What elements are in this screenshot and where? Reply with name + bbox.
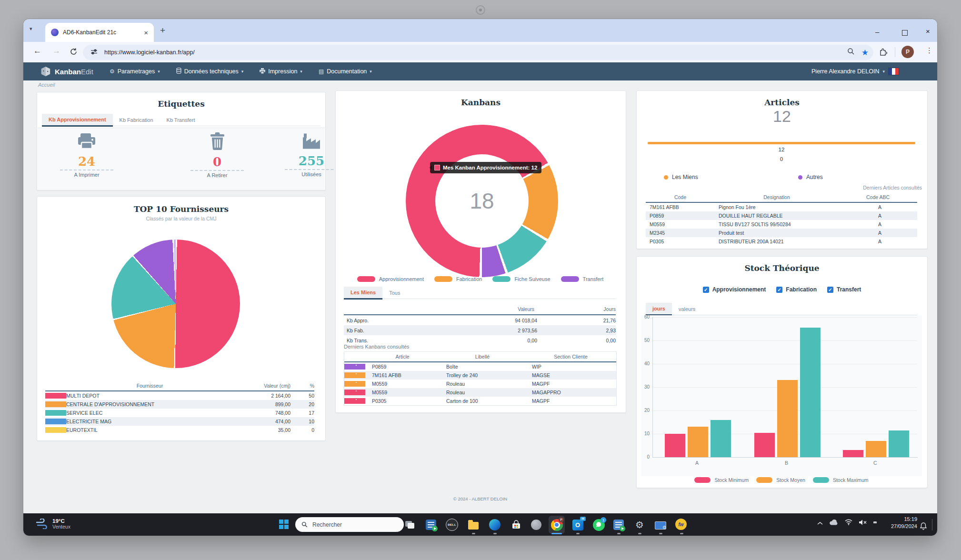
bar-stock-minimum-B[interactable] <box>754 433 775 457</box>
table-row[interactable]: 7M161 AFBB Pignon Fou 1ère A <box>646 203 917 211</box>
table-row[interactable]: M0559 Rouleau MAGPF <box>344 380 616 388</box>
settings-gear-icon[interactable]: ⚙ <box>633 519 646 531</box>
bar-stock-minimum-C[interactable] <box>843 450 863 457</box>
menu-parametrages[interactable]: ⚙ Parametrages ▾ <box>110 68 160 75</box>
tab-jours[interactable]: jours <box>646 303 672 316</box>
window-close-button[interactable]: × <box>926 27 930 35</box>
show-desktop-button[interactable] <box>932 519 932 530</box>
table-row[interactable]: ELECTRICITE MAG 474,00 10 <box>45 417 314 426</box>
checkbox-fabrication[interactable]: ✓Fabrication <box>776 286 817 293</box>
checkbox-icon[interactable]: ✓ <box>827 287 833 293</box>
checkbox-transfert[interactable]: ✓Transfert <box>827 286 861 293</box>
legend-item[interactable]: Autres <box>798 174 823 180</box>
table-row[interactable]: P0305 DISTRIBUTEUR 200A 14021 A <box>646 237 917 246</box>
table-row[interactable]: 7M161 AFBB Trolley de 240 MAGSE <box>344 371 616 380</box>
checkbox-approvisionnement[interactable]: ✓Approvisionnement <box>703 286 766 293</box>
table-row[interactable]: M0559 Rouleau MAGAPPRO <box>344 388 616 397</box>
bar-stock-maximum-B[interactable] <box>800 328 821 457</box>
outlook-icon[interactable]: O ✉ <box>571 519 584 531</box>
legend-item[interactable]: Transfert <box>561 276 604 282</box>
fournisseurs-pie-chart[interactable] <box>111 240 240 368</box>
articles-progress-bar[interactable] <box>648 142 915 144</box>
legend-item[interactable]: Fiche Suiveuse <box>492 276 550 282</box>
legend-item[interactable]: Stock Moyen <box>756 477 805 483</box>
kanbans-donut-chart[interactable]: 18 <box>406 125 558 277</box>
weather-widget[interactable]: 19°C Venteux <box>36 518 70 530</box>
table-row[interactable]: P0305 Carton de 100 MAGPF <box>344 397 616 405</box>
table-row[interactable]: EUROTEXTIL 35,00 0 <box>45 426 314 434</box>
new-tab-button[interactable]: + <box>160 25 165 36</box>
legend-item[interactable]: Stock Minimum <box>694 477 749 483</box>
remote-desktop-icon[interactable]: ⚙ <box>654 519 667 531</box>
bar-stock-maximum-A[interactable] <box>711 420 731 457</box>
bookmark-star-icon[interactable]: ★ <box>861 48 869 58</box>
extensions-icon[interactable] <box>879 48 887 58</box>
onedrive-cloud-icon[interactable] <box>829 519 839 527</box>
bar-stock-moyen-C[interactable] <box>866 441 886 457</box>
zoom-icon[interactable] <box>847 48 855 57</box>
forward-button[interactable]: → <box>52 46 60 56</box>
whatsapp-icon[interactable]: 1 <box>592 519 605 531</box>
legend-item[interactable]: Stock Maximum <box>813 477 869 483</box>
fw-app-icon[interactable]: fw <box>675 519 687 530</box>
back-button[interactable]: ← <box>33 46 41 56</box>
tab-tous[interactable]: Tous <box>382 287 407 299</box>
microsoft-store-icon[interactable] <box>510 519 522 531</box>
bar-stock-moyen-B[interactable] <box>777 380 798 457</box>
spreadsheet-app-icon[interactable] <box>425 519 437 531</box>
bar-stock-minimum-A[interactable] <box>665 434 685 457</box>
table-row[interactable]: Kb Appro. 94 018,04 21,76 <box>344 315 616 325</box>
tab-kb-fabrication[interactable]: Kb Fabrication <box>113 114 160 126</box>
profile-avatar[interactable]: P <box>901 46 914 58</box>
checkbox-icon[interactable]: ✓ <box>703 287 709 293</box>
window-restore-button[interactable] <box>902 30 908 36</box>
tray-chevron-icon[interactable] <box>817 519 823 527</box>
reload-button[interactable] <box>70 48 78 58</box>
table-row[interactable]: P0859 DOUILLE HAUT REGLABLE A <box>646 211 917 220</box>
tab-kb-approvisionnement[interactable]: Kb Approvisionnement <box>42 114 113 127</box>
browser-tab[interactable]: AD6-KanbanEdit 21c × <box>45 23 154 42</box>
task-view-icon[interactable] <box>404 519 416 531</box>
tab-search-icon[interactable]: ▾ <box>30 26 32 32</box>
app-logo[interactable]: KanbanEdit <box>40 66 93 77</box>
file-explorer-icon[interactable] <box>467 519 480 531</box>
tab-valeurs[interactable]: valeurs <box>672 303 702 315</box>
wifi-icon[interactable] <box>845 519 852 527</box>
window-minimize-button[interactable]: – <box>875 28 879 36</box>
site-settings-icon[interactable] <box>90 48 98 57</box>
notifications-bell-icon[interactable] <box>917 520 930 532</box>
browser-menu-icon[interactable]: ⋮ <box>926 46 933 55</box>
bar-stock-maximum-C[interactable] <box>889 430 909 457</box>
edge-browser-icon[interactable] <box>489 519 501 531</box>
start-button[interactable] <box>279 520 289 529</box>
globe-app-icon[interactable] <box>530 519 542 531</box>
tab-les-miens[interactable]: Les Miens <box>344 287 382 300</box>
database-app-icon[interactable] <box>612 519 625 531</box>
url-text[interactable]: https://www.logiciel-kanban.fr/app/ <box>104 49 195 56</box>
table-row[interactable]: M0559 TISSU BV127 SOLTIS 99/50284 A <box>646 220 917 229</box>
table-row[interactable]: SERVICE ELEC 748,00 17 <box>45 409 314 417</box>
table-row[interactable]: M2345 Produit test A <box>646 229 917 237</box>
bar-stock-moyen-A[interactable] <box>688 427 708 457</box>
legend-item[interactable]: Les Miens <box>664 174 698 180</box>
user-menu[interactable]: Pierre Alexandre DELOIN ▾ <box>811 68 899 75</box>
volume-muted-icon[interactable] <box>859 519 867 527</box>
french-flag-icon[interactable] <box>888 68 899 75</box>
checkbox-icon[interactable]: ✓ <box>776 287 782 293</box>
table-row[interactable]: Kb Fab. 2 973,56 2,93 <box>344 325 616 335</box>
taskbar-clock[interactable]: 15:19 27/09/2024 <box>880 516 917 530</box>
tab-close-icon[interactable]: × <box>144 29 148 37</box>
taskbar-search[interactable]: Rechercher <box>295 517 404 532</box>
menu-donnees-techniques[interactable]: Données techniques ▾ <box>176 68 244 75</box>
table-row[interactable]: MULTI DEPOT 2 164,00 50 <box>45 391 314 400</box>
dell-app-icon[interactable]: DELL <box>446 519 458 531</box>
tab-kb-transfert[interactable]: Kb Transfert <box>160 114 202 126</box>
menu-documentation[interactable]: ▤ Documentation ▾ <box>319 68 372 75</box>
table-row[interactable]: P0859 Boîte WIP <box>344 362 616 371</box>
legend-item[interactable]: Fabrication <box>434 276 482 282</box>
table-row[interactable]: CENTRALE D'APPROVISIONNEMENT 899,00 20 <box>45 400 314 409</box>
legend-item[interactable]: Approvisionnement <box>357 276 424 282</box>
menu-impression[interactable]: Impression ▾ <box>260 68 302 75</box>
url-bar[interactable]: https://www.logiciel-kanban.fr/app/ ★ <box>83 45 873 60</box>
chrome-browser-icon[interactable]: P <box>551 519 563 531</box>
